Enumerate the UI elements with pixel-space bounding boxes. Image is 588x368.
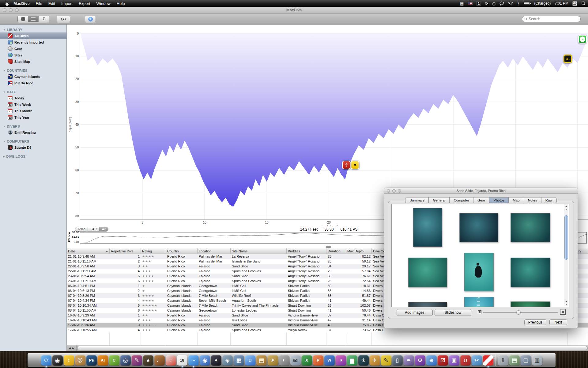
dock-icon-macdive[interactable] [483,355,493,366]
bluetooth-icon[interactable]: ᛒ [517,2,520,6]
dock-icon-downloads-stack[interactable]: ⇩ [498,355,508,366]
dive-detail-window[interactable]: Sand Slide, Fajardo, Puerto Rico Summary… [384,188,578,328]
dock-icon-desk-lamp[interactable]: ☀ [268,355,278,366]
zoom-button[interactable] [398,189,401,193]
dock-icon-mobile-app[interactable]: ▯ [392,355,403,366]
column-header-site-name[interactable]: Site Name [231,248,287,254]
input-source-icon[interactable]: 1 [477,1,481,6]
dock-icon-dashboard[interactable]: ◉ [52,355,63,366]
scroll-up-icon[interactable]: ▲ [564,299,568,303]
search-field[interactable] [522,16,581,22]
sidebar-item-sites-map[interactable]: Sites Map [0,58,66,65]
scroll-down-icon[interactable]: ▼ [564,208,568,211]
photo-thumbnail-diver-on-sand-portrait[interactable] [464,253,494,291]
dock-icon-itunes[interactable]: ♫ [245,355,255,366]
subchart-tab-air[interactable]: Air [100,227,108,231]
column-header-repetitive-dive[interactable]: Repetitive Dive [110,248,141,254]
splitter-grip[interactable] [326,246,331,248]
dock-icon-molecule-app[interactable]: ✳ [358,355,369,366]
dock-icon-safari[interactable]: ⊕ [426,355,437,366]
dock-icon-gray-utility[interactable]: ◐ [279,355,289,366]
photo-thumbnail-coral-reef-portrait[interactable] [413,208,442,247]
dock-icon-photo-booth[interactable]: ◈ [222,355,233,366]
dock-icon-magnet-app[interactable]: ∪ [460,355,471,366]
photo-thumbnail-coral-top-landscape[interactable] [511,301,550,307]
wifi-icon[interactable] [508,2,513,5]
info-button[interactable]: i [85,16,96,22]
slideshow-button[interactable]: Slideshow [435,309,471,316]
tab-notes[interactable]: Notes [524,197,541,203]
dock-icon-excel[interactable]: X [302,355,312,366]
hscroll-thumb[interactable] [77,346,587,350]
column-header-duration[interactable]: Duration [326,248,346,254]
tab-general[interactable]: General [428,197,449,203]
photo-thumbnail-coral-cave-landscape[interactable] [511,258,550,287]
disclosure-triangle-icon[interactable]: ▼ [3,29,6,31]
scroll-up-icon[interactable]: ▲ [564,204,568,208]
previous-button[interactable]: Previous [524,319,546,325]
battery-icon[interactable] [524,2,530,5]
tab-photos[interactable]: Photos [489,197,508,203]
dock-icon-papers-stack[interactable]: ▤ [256,355,267,366]
tab-summary[interactable]: Summary [405,197,428,203]
dock-icon-photoshop[interactable]: Ps [86,355,97,366]
disclosure-triangle-icon[interactable]: ▶ [3,155,5,158]
photo-thumbnail-reef-bright-landscape[interactable] [408,258,447,287]
dock-icon-ical[interactable]: 18 [177,355,187,366]
spotlight-icon[interactable] [581,1,586,6]
disclosure-triangle-icon[interactable]: ▼ [3,91,6,94]
photo-scrollbar[interactable]: ▲ ▼ ▲ ▼ [564,204,568,306]
menu-clock[interactable]: 7:01 PM [555,1,568,6]
scrollbar-thumb[interactable] [564,215,568,260]
sidebar-item-gear[interactable]: Gear [0,45,66,52]
dock-icon-chrome[interactable]: ◌ [166,355,176,366]
menu-help[interactable]: Help [114,0,128,7]
dock-icon-travel-app[interactable]: ✈ [370,355,380,366]
sidebar-item-today[interactable]: Today [0,95,66,101]
dock-icon-stickies[interactable]: ✎ [381,355,391,366]
grid-icon[interactable]: ▦ [460,2,464,6]
dock-icon-address-book[interactable]: @ [75,355,85,366]
dock-icon-ichat[interactable]: ··· [188,355,199,366]
column-header-buddies[interactable]: Buddies [287,248,326,254]
sidebar-item-all-dives[interactable]: All Dives [0,33,66,39]
dock-icon-bus-app[interactable]: ▣ [449,355,459,366]
dock-icon-dvd-player[interactable]: ◉ [200,355,210,366]
dock-icon-colorsync[interactable]: ◑ [336,355,346,366]
dock-icon-map-stack[interactable]: ▤ [509,355,520,366]
column-header-max-depth[interactable]: Max Depth [346,248,372,254]
column-header-date[interactable]: Date▲ [67,248,110,254]
dock-icon-windows-stack[interactable]: ▢ [521,355,531,366]
column-header-location[interactable]: Location [198,248,231,254]
dock-icon-spaces[interactable]: ▦ [234,355,244,366]
dock-icon-purple-gear-app[interactable]: ⚙ [415,355,425,366]
photo-thumbnail-coral-green-landscape[interactable] [511,213,550,242]
action-menu-button[interactable]: ⚙ ▾ [57,16,70,22]
dock-icon-front-row[interactable]: ✦ [211,355,221,366]
time-machine-icon[interactable]: ◷ [492,2,496,6]
add-images-button[interactable]: Add Images [397,309,433,316]
menu-window[interactable]: Window [93,0,114,7]
summary-view-button[interactable]: Σ [39,16,49,22]
hscroll-arrows[interactable]: ◀▶ [67,345,77,351]
dock-icon-scissors-app[interactable]: ✂ [472,355,482,366]
disclosure-triangle-icon[interactable]: ▼ [3,125,6,128]
sync-icon[interactable]: ⟳ [485,2,488,6]
thumbnail-size-slider[interactable] [483,312,558,313]
photo-thumbnail-bubbles-portrait[interactable] [464,297,494,307]
slider-thumb[interactable] [516,310,521,315]
dock-icon-toolbox[interactable]: ✎ [132,355,142,366]
sidebar-item-puerto-rico[interactable]: Puerto Rico [0,80,66,86]
column-header-country[interactable]: Country [166,248,198,254]
grid-view-button[interactable] [18,16,28,22]
us-flag-icon[interactable] [468,2,473,5]
photo-thumbnail-dark-water-landscape[interactable] [408,302,447,307]
photo-window-titlebar[interactable]: Sand Slide, Fajardo, Puerto Rico [384,188,578,194]
horizontal-scrollbar[interactable]: ◀▶ [67,345,588,351]
menu-edit[interactable]: Edit [45,0,58,7]
dock-icon-illustrator[interactable]: Ai [98,355,108,366]
tab-map[interactable]: Map [508,197,523,203]
dock-icon-finder[interactable]: ☺ [41,355,51,366]
menu-file[interactable]: File [33,0,45,7]
dock-icon-dice-app[interactable]: ⚄ [438,355,448,366]
